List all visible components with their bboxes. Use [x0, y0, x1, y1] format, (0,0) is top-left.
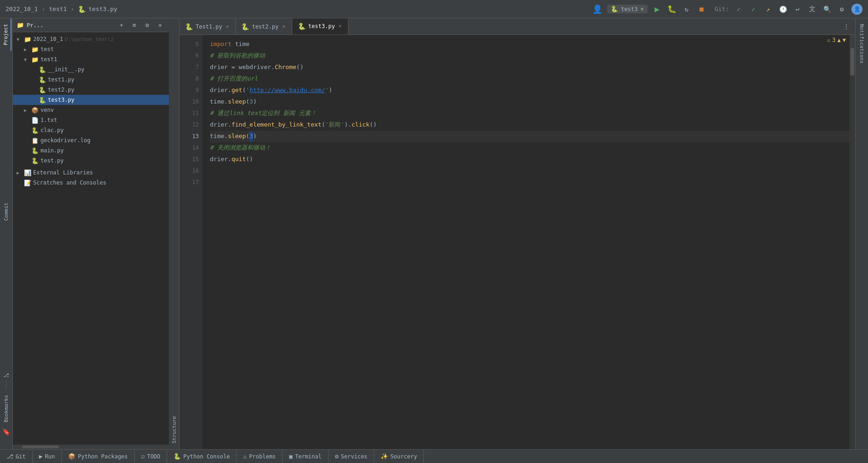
bottom-tab-services[interactable]: ⚙ Services [329, 450, 375, 463]
tree-folder-test1[interactable]: ▼ 📁 test1 [13, 54, 169, 64]
bottom-tab-run[interactable]: ▶ Run [33, 450, 62, 463]
tree-root[interactable]: ▼ 📁 2022_10_1 D:\python_test\2 [13, 34, 169, 44]
hide-panel-button[interactable]: ✕ [155, 20, 165, 30]
tab-test1py[interactable]: 🐍 Test1.py ✕ [179, 18, 236, 35]
sidebar-tab-structure[interactable]: Structure [169, 411, 179, 449]
title-bar-right: 👤 🐍 test3 ▼ ▶ 🐛 ↻ ⏹ Git: ✓ ✓ ↗ 🕐 ↩ 文 🔍 ⚙… [592, 4, 862, 15]
run-button[interactable]: ▶ [652, 4, 662, 14]
tab-test2py[interactable]: 🐍 test2.py ✕ [236, 18, 292, 35]
warning-count: 3 [832, 37, 835, 43]
bottom-tab-git[interactable]: ⎇ Git [0, 450, 33, 463]
bottom-tab-terminal[interactable]: ▣ Terminal [283, 450, 329, 463]
warning-bar[interactable]: ⚠ 3 ▲ ▼ [823, 35, 850, 45]
tab-bar: 🐍 Test1.py ✕ 🐍 test2.py ✕ 🐍 test3.py ✕ ⋮ [179, 18, 855, 35]
sidebar-tab-project[interactable]: Project [1, 18, 12, 51]
file-icon: 🐍 [78, 6, 86, 13]
todo-tab-icon: ☑ [141, 453, 145, 460]
code-line-15: drier.quit() [210, 154, 850, 165]
tab-test3py[interactable]: 🐍 test3.py ✕ [292, 18, 348, 35]
tab-menu-button[interactable]: ⋮ [841, 22, 851, 32]
sidebar-tab-notifications[interactable]: Notifications [857, 18, 867, 69]
undo-button[interactable]: ↩ [793, 4, 803, 14]
tree-scratches[interactable]: 📝 Scratches and Consoles [13, 178, 169, 188]
git-checkmark-1[interactable]: ✓ [734, 4, 744, 14]
code-line-12: drier.find_element_by_link_text('新闻').cl… [210, 119, 850, 131]
bottom-tab-python-packages[interactable]: 📦 Python Packages [62, 450, 134, 463]
code-line-8: # 打开百度的url [210, 73, 850, 85]
tree-file-geckodriver[interactable]: 📋 geckodriver.log [13, 135, 169, 145]
project-toolbar: 📁 Pr... + ≡ ⚙ ✕ [13, 18, 169, 32]
project-panel: 📁 Pr... + ≡ ⚙ ✕ ▼ 📁 2022_10_1 D:\python_… [13, 18, 169, 449]
warning-down[interactable]: ▼ [843, 37, 846, 43]
settings-tree-button[interactable]: ⚙ [142, 20, 152, 30]
python-packages-tab-icon: 📦 [68, 453, 75, 460]
run-config[interactable]: 🐍 test3 ▼ [607, 5, 647, 13]
sidebar-tab-commit[interactable]: Commit [1, 197, 11, 226]
bottom-tab-problems[interactable]: ⚠ Problems [237, 450, 283, 463]
tree-file-test1py[interactable]: 🐍 test1.py [13, 75, 169, 85]
tree-file-clacpy[interactable]: 🐍 clac.py [13, 125, 169, 135]
tree-file-test3py[interactable]: 🐍 test3.py [13, 95, 169, 105]
tree-file-test2py[interactable]: 🐍 test2.py [13, 85, 169, 95]
python-console-tab-icon: 🐍 [174, 453, 181, 460]
settings-button[interactable]: ⚙ [837, 4, 847, 14]
project-panel-icon: 📁 [17, 22, 24, 29]
git-icon-left[interactable]: ⎇ [3, 372, 9, 378]
profile-button[interactable]: 👤 [592, 4, 602, 14]
warning-up[interactable]: ▲ [838, 37, 841, 43]
bottom-tab-python-console[interactable]: 🐍 Python Console [167, 450, 237, 463]
bottom-tabs: ⎇ Git ▶ Run 📦 Python Packages ☑ TODO 🐍 P… [0, 449, 868, 463]
bottom-tab-todo[interactable]: ☑ TODO [135, 450, 168, 463]
tab-icon-test1py: 🐍 [185, 23, 193, 30]
project-tree: ▼ 📁 2022_10_1 D:\python_test\2 ▶ 📁 test … [13, 32, 169, 445]
sidebar-tab-bookmarks[interactable]: Bookmarks [1, 391, 11, 426]
git-push[interactable]: ↗ [763, 4, 773, 14]
breadcrumb-part-1[interactable]: test1 [49, 6, 67, 12]
bottom-tab-sourcery[interactable]: ✨ Sourcery [374, 450, 424, 463]
tab-close-test2py[interactable]: ✕ [281, 23, 286, 30]
services-tab-icon: ⚙ [335, 453, 339, 460]
git-timer[interactable]: 🕐 [778, 4, 788, 14]
bookmark-icon[interactable]: 🔖 [2, 428, 10, 435]
tree-folder-test[interactable]: ▶ 📁 test [13, 44, 169, 54]
main-layout: Project Commit ⎇ Bookmarks 🔖 📁 Pr... + ≡… [0, 18, 868, 449]
tree-folder-venv[interactable]: ▶ 📦 venv [13, 105, 169, 115]
tree-file-mainpy[interactable]: 🐍 main.py [13, 145, 169, 156]
git-checkmark-2[interactable]: ✓ [748, 4, 758, 14]
tab-close-test1py[interactable]: ✕ [225, 23, 230, 30]
title-bar: 2022_10_1 › test1 › 🐍 test3.py 👤 🐍 test3… [0, 0, 868, 18]
scrollbar-thumb[interactable] [851, 48, 854, 75]
project-scrollbar[interactable] [13, 445, 169, 449]
tree-external-libraries[interactable]: ▶ 📊 External Libraries [13, 168, 169, 178]
breadcrumb-part-0[interactable]: 2022_10_1 [6, 6, 38, 12]
code-line-7: drier = webdriver.Chrome() [210, 62, 850, 73]
structure-side: Structure [169, 18, 179, 449]
code-area[interactable]: import time # 获取到谷歌的驱动 drier = webdriver… [203, 35, 850, 449]
debug-button[interactable]: 🐛 [667, 4, 677, 14]
translate-button[interactable]: 文 [807, 4, 817, 14]
project-panel-title: Pr... [27, 22, 43, 29]
run-tab-icon: ▶ [39, 453, 43, 460]
search-button[interactable]: 🔍 [822, 4, 832, 14]
breadcrumb: 2022_10_1 › test1 › 🐍 test3.py [6, 6, 117, 13]
coverage-button[interactable]: ↻ [682, 4, 692, 14]
warning-icon: ⚠ [827, 37, 830, 43]
tree-file-init[interactable]: 🐍 __init__.py [13, 64, 169, 75]
code-line-5: import time [210, 39, 850, 50]
tree-file-1txt[interactable]: 📄 1.txt [13, 115, 169, 125]
tree-file-testpy[interactable]: 🐍 test.py [13, 156, 169, 166]
tab-close-test3py[interactable]: ✕ [338, 22, 343, 30]
code-line-6: # 获取到谷歌的驱动 [210, 50, 850, 62]
stop-button[interactable]: ⏹ [696, 4, 706, 14]
breadcrumb-part-2[interactable]: test3.py [88, 6, 117, 12]
code-line-9: drier.get('http://www.baidu.com/') [210, 85, 850, 96]
code-line-11: # 通过link text定位到 新闻 元素！ [210, 108, 850, 119]
code-line-10: time.sleep(3) [210, 96, 850, 108]
user-avatar[interactable]: 👤 [851, 4, 862, 15]
editor-scrollbar[interactable] [850, 35, 855, 449]
new-file-button[interactable]: + [116, 20, 127, 30]
sourcery-tab-icon: ✨ [381, 453, 388, 460]
left-side-tabs: Project Commit ⎇ Bookmarks 🔖 [0, 18, 13, 449]
tab-icon-test3py: 🐍 [298, 23, 306, 30]
collapse-all-button[interactable]: ≡ [129, 20, 139, 30]
